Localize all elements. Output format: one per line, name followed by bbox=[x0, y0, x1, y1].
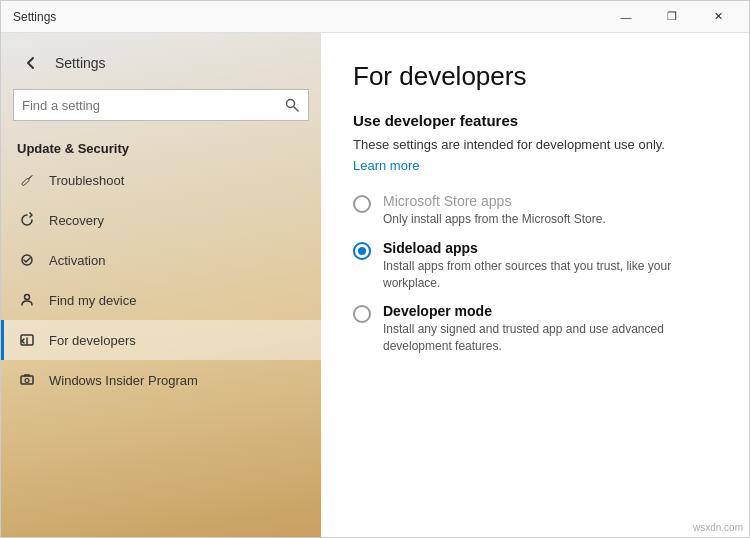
radio-label-microsoft-store: Microsoft Store apps bbox=[383, 193, 606, 209]
sidebar-item-recovery[interactable]: Recovery bbox=[1, 200, 321, 240]
sidebar-item-windows-insider-label: Windows Insider Program bbox=[49, 373, 198, 388]
search-button[interactable] bbox=[284, 97, 300, 113]
search-input[interactable] bbox=[22, 98, 284, 113]
radio-group: Microsoft Store apps Only install apps f… bbox=[353, 193, 717, 355]
sidebar-item-find-my-device-label: Find my device bbox=[49, 293, 136, 308]
sidebar-item-for-developers[interactable]: For developers bbox=[1, 320, 321, 360]
svg-line-1 bbox=[294, 107, 298, 111]
back-button[interactable] bbox=[17, 49, 45, 77]
radio-desc-microsoft-store: Only install apps from the Microsoft Sto… bbox=[383, 211, 606, 228]
title-bar-controls: — ❐ ✕ bbox=[603, 1, 741, 33]
radio-item-sideload[interactable]: Sideload apps Install apps from other so… bbox=[353, 240, 717, 292]
person-icon bbox=[17, 290, 37, 310]
title-bar: Settings — ❐ ✕ bbox=[1, 1, 749, 33]
sidebar-title: Settings bbox=[55, 55, 106, 71]
title-bar-title: Settings bbox=[13, 10, 56, 24]
svg-point-3 bbox=[25, 295, 30, 300]
radio-content-microsoft-store: Microsoft Store apps Only install apps f… bbox=[383, 193, 606, 228]
svg-point-9 bbox=[25, 379, 29, 383]
search-box[interactable] bbox=[13, 89, 309, 121]
back-icon bbox=[23, 55, 39, 71]
close-button[interactable]: ✕ bbox=[695, 1, 741, 33]
sidebar: Settings Update & Security bbox=[1, 33, 321, 537]
sidebar-item-activation[interactable]: Activation bbox=[1, 240, 321, 280]
radio-item-microsoft-store[interactable]: Microsoft Store apps Only install apps f… bbox=[353, 193, 717, 228]
sidebar-item-recovery-label: Recovery bbox=[49, 213, 104, 228]
radio-label-developer-mode: Developer mode bbox=[383, 303, 717, 319]
recovery-icon bbox=[17, 210, 37, 230]
developer-icon bbox=[17, 330, 37, 350]
svg-point-0 bbox=[287, 100, 295, 108]
sidebar-item-troubleshoot-label: Troubleshoot bbox=[49, 173, 124, 188]
sidebar-header: Settings bbox=[1, 33, 321, 85]
section-label: Update & Security bbox=[1, 133, 321, 160]
main-area: Settings Update & Security bbox=[1, 33, 749, 537]
svg-line-6 bbox=[22, 341, 24, 343]
sidebar-item-find-my-device[interactable]: Find my device bbox=[1, 280, 321, 320]
radio-content-sideload: Sideload apps Install apps from other so… bbox=[383, 240, 717, 292]
content-panel: For developers Use developer features Th… bbox=[321, 33, 749, 537]
minimize-button[interactable]: — bbox=[603, 1, 649, 33]
radio-label-sideload: Sideload apps bbox=[383, 240, 717, 256]
learn-more-link[interactable]: Learn more bbox=[353, 158, 419, 173]
watermark: wsxdn.com bbox=[693, 522, 743, 533]
section-title: Use developer features bbox=[353, 112, 717, 129]
description-text: These settings are intended for developm… bbox=[353, 137, 717, 152]
radio-desc-developer-mode: Install any signed and trusted app and u… bbox=[383, 321, 717, 355]
radio-desc-sideload: Install apps from other sources that you… bbox=[383, 258, 717, 292]
radio-item-developer-mode[interactable]: Developer mode Install any signed and tr… bbox=[353, 303, 717, 355]
insider-icon bbox=[17, 370, 37, 390]
radio-button-sideload[interactable] bbox=[353, 242, 371, 260]
sidebar-item-activation-label: Activation bbox=[49, 253, 105, 268]
title-bar-left: Settings bbox=[13, 10, 56, 24]
sidebar-item-for-developers-label: For developers bbox=[49, 333, 136, 348]
sidebar-item-windows-insider[interactable]: Windows Insider Program bbox=[1, 360, 321, 400]
wrench-icon bbox=[17, 170, 37, 190]
search-icon bbox=[284, 97, 300, 113]
maximize-button[interactable]: ❐ bbox=[649, 1, 695, 33]
activation-icon bbox=[17, 250, 37, 270]
page-title: For developers bbox=[353, 61, 717, 92]
radio-content-developer-mode: Developer mode Install any signed and tr… bbox=[383, 303, 717, 355]
sidebar-item-troubleshoot[interactable]: Troubleshoot bbox=[1, 160, 321, 200]
settings-window: Settings — ❐ ✕ Settings bbox=[0, 0, 750, 538]
radio-button-developer-mode[interactable] bbox=[353, 305, 371, 323]
radio-button-microsoft-store[interactable] bbox=[353, 195, 371, 213]
